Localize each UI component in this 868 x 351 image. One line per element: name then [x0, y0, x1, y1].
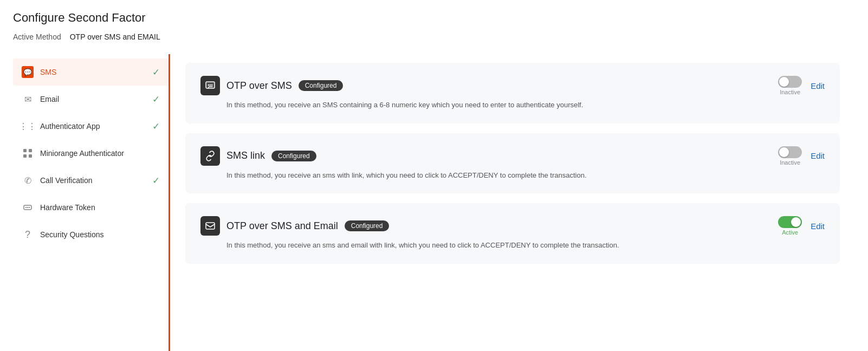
- svg-rect-3: [29, 154, 32, 158]
- sms-link-description: In this method, you receive an sms with …: [200, 170, 825, 181]
- svg-rect-2: [23, 154, 27, 158]
- svg-rect-1: [29, 149, 32, 152]
- authenticator-app-icon: ⋮⋮: [22, 120, 34, 132]
- otp-sms-description: In this method, you receive an SMS conta…: [200, 100, 825, 110]
- otp-sms-toggle[interactable]: [778, 76, 802, 88]
- miniorange-icon: [22, 147, 34, 159]
- svg-rect-7: [29, 207, 30, 208]
- method-card-otp-sms-email: OTP over SMS and Email Configured Active…: [185, 203, 840, 264]
- active-method-label: Active Method: [13, 32, 61, 41]
- svg-rect-6: [27, 207, 28, 208]
- authenticator-app-check-icon: ✓: [152, 121, 160, 132]
- sidebar-label-hardware-token: Hardware Token: [40, 203, 95, 212]
- page-title: Configure Second Factor: [13, 11, 855, 25]
- sidebar: 💬 SMS ✓ ✉ Email ✓ ⋮⋮ Authenticator App: [13, 54, 170, 351]
- sidebar-item-miniorange[interactable]: Miniorange Authenticator: [13, 140, 169, 167]
- method-card-sms-link: SMS link Configured Inactive Edit In th: [185, 133, 840, 194]
- sms-link-toggle[interactable]: [778, 146, 802, 158]
- hardware-token-icon: [22, 202, 34, 213]
- svg-rect-12: [206, 223, 215, 229]
- page-container: Configure Second Factor Active Method OT…: [0, 0, 868, 351]
- otp-sms-name: OTP over SMS: [226, 80, 292, 92]
- sidebar-label-authenticator-app: Authenticator App: [40, 122, 100, 131]
- sidebar-label-miniorange: Miniorange Authenticator: [40, 149, 124, 158]
- sms-link-badge: Configured: [271, 151, 316, 161]
- call-verification-check-icon: ✓: [152, 175, 160, 186]
- sidebar-label-security-questions: Security Questions: [40, 230, 104, 239]
- sidebar-label-email: Email: [40, 95, 59, 103]
- sidebar-item-security-questions[interactable]: ? Security Questions: [13, 221, 169, 248]
- active-method-value: OTP over SMS and EMAIL: [70, 32, 160, 41]
- sidebar-item-hardware-token[interactable]: Hardware Token: [13, 194, 169, 221]
- sidebar-label-sms: SMS: [40, 68, 56, 76]
- sidebar-item-authenticator-app[interactable]: ⋮⋮ Authenticator App ✓: [13, 113, 169, 140]
- otp-sms-email-badge: Configured: [345, 220, 390, 231]
- otp-sms-email-icon: [200, 216, 220, 236]
- sms-icon: 💬: [22, 66, 34, 78]
- sidebar-label-call-verification: Call Verification: [40, 176, 93, 185]
- svg-rect-5: [25, 207, 27, 208]
- otp-sms-email-status: Active: [782, 229, 798, 236]
- email-check-icon: ✓: [152, 94, 160, 105]
- active-method-row: Active Method OTP over SMS and EMAIL: [13, 32, 855, 41]
- otp-sms-email-name: OTP over SMS and Email: [226, 220, 338, 232]
- otp-sms-icon: [200, 76, 220, 95]
- main-panel: OTP over SMS Configured Inactive Edit I: [170, 54, 855, 351]
- otp-sms-email-toggle[interactable]: [778, 216, 802, 228]
- otp-sms-edit[interactable]: Edit: [811, 81, 825, 90]
- sms-link-status: Inactive: [780, 159, 800, 166]
- otp-sms-email-edit[interactable]: Edit: [811, 222, 825, 231]
- otp-sms-email-description: In this method, you receive an sms and e…: [200, 240, 825, 251]
- sms-check-icon: ✓: [152, 67, 160, 78]
- sms-link-icon: [200, 146, 220, 166]
- otp-sms-status: Inactive: [780, 89, 800, 95]
- svg-point-9: [208, 84, 209, 86]
- security-questions-icon: ?: [22, 229, 34, 240]
- method-card-otp-sms: OTP over SMS Configured Inactive Edit I: [185, 63, 840, 123]
- otp-sms-badge: Configured: [299, 80, 344, 91]
- svg-point-11: [211, 84, 212, 86]
- svg-point-10: [210, 84, 211, 86]
- main-content: 💬 SMS ✓ ✉ Email ✓ ⋮⋮ Authenticator App: [13, 54, 855, 351]
- sms-link-edit[interactable]: Edit: [811, 151, 825, 160]
- sms-link-name: SMS link: [226, 150, 265, 161]
- sidebar-item-sms[interactable]: 💬 SMS ✓: [13, 58, 169, 86]
- email-icon: ✉: [22, 93, 34, 105]
- svg-rect-0: [23, 149, 27, 152]
- call-verification-icon: ✆: [22, 174, 34, 186]
- sidebar-item-call-verification[interactable]: ✆ Call Verification ✓: [13, 167, 169, 194]
- sidebar-item-email[interactable]: ✉ Email ✓: [13, 86, 169, 113]
